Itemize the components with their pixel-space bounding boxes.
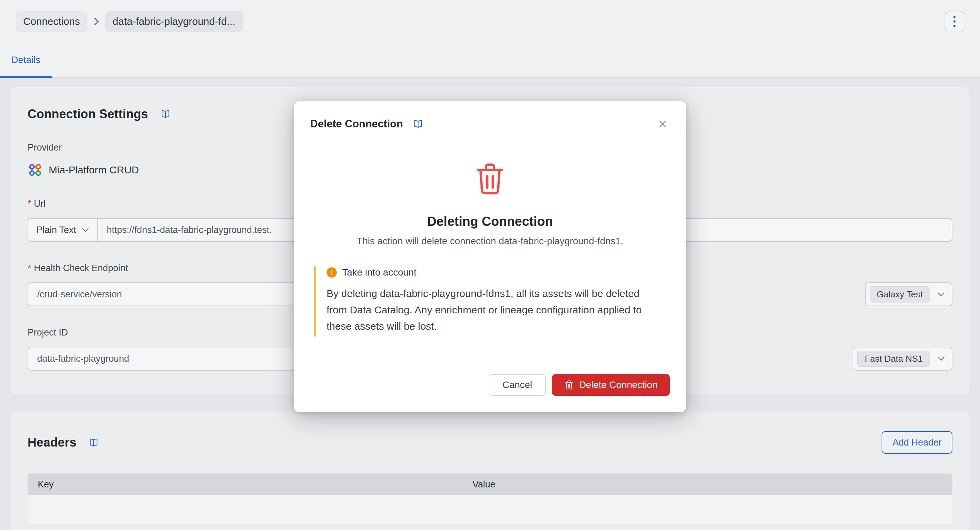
url-type-selected-value: Plain Text: [37, 225, 76, 236]
chevron-down-icon: [82, 228, 89, 232]
galaxy-test-select[interactable]: Galaxy Test: [865, 282, 952, 306]
chevron-right-icon: [94, 17, 99, 26]
provider-name: Mia-Platform CRUD: [49, 164, 139, 176]
close-icon: [657, 119, 668, 129]
modal-title: Delete Connection: [310, 118, 403, 130]
topbar: Connections data-fabric-playground-fd...: [0, 0, 980, 43]
modal-footer: Cancel Delete Connection: [310, 374, 670, 396]
galaxy-test-tag: Galaxy Test: [870, 286, 930, 302]
more-actions-button[interactable]: [945, 11, 964, 31]
active-tab-indicator: [0, 76, 52, 78]
column-header-key: Key: [28, 479, 462, 490]
headers-table: Key Value: [28, 473, 952, 525]
trash-icon: [474, 161, 506, 197]
docs-book-icon[interactable]: [161, 109, 170, 119]
docs-book-icon[interactable]: [89, 437, 99, 447]
headers-card: Headers Add Header Key Value: [11, 411, 969, 530]
alert-body: By deleting data-fabric-playground-fdns1…: [326, 285, 654, 334]
required-marker: *: [28, 264, 31, 273]
docs-book-icon[interactable]: [413, 119, 423, 129]
mia-platform-crud-icon: [28, 162, 43, 177]
column-header-value: Value: [462, 479, 952, 490]
table-row: [28, 495, 952, 525]
modal-description: This action will delete connection data-…: [310, 236, 670, 247]
modal-heading: Deleting Connection: [310, 214, 670, 229]
tab-bar: Details: [0, 43, 980, 78]
exclamation-circle-icon: !: [326, 267, 337, 278]
breadcrumb-item-connection-name[interactable]: data-fabric-playground-fd...: [105, 11, 243, 32]
app-window: Connections data-fabric-playground-fd...…: [0, 0, 980, 530]
tab-details-label: Details: [11, 54, 41, 65]
cancel-button[interactable]: Cancel: [488, 374, 546, 396]
tab-details[interactable]: Details: [0, 43, 52, 77]
headers-table-head: Key Value: [28, 473, 952, 495]
breadcrumb: Connections data-fabric-playground-fd...: [16, 11, 243, 32]
required-marker: *: [28, 199, 31, 208]
connection-settings-title: Connection Settings: [28, 107, 148, 121]
vertical-ellipsis-icon: [953, 16, 956, 27]
alert-title: Take into account: [342, 267, 417, 278]
chevron-down-icon: [937, 356, 945, 361]
breadcrumb-item-connections[interactable]: Connections: [16, 11, 88, 32]
fast-data-tag: Fast Data NS1: [858, 351, 930, 367]
headers-title: Headers: [28, 435, 76, 450]
warning-alert: ! Take into account By deleting data-fab…: [314, 266, 666, 337]
chevron-down-icon: [937, 292, 945, 297]
delete-connection-button[interactable]: Delete Connection: [552, 374, 670, 396]
delete-connection-button-label: Delete Connection: [579, 379, 657, 390]
trash-icon: [564, 380, 574, 390]
close-button[interactable]: [655, 117, 670, 131]
fast-data-select[interactable]: Fast Data NS1: [853, 347, 952, 371]
add-header-button[interactable]: Add Header: [881, 431, 952, 454]
url-type-select[interactable]: Plain Text: [28, 219, 98, 241]
delete-connection-modal: Delete Connection Deleting Connection Th…: [294, 101, 686, 412]
